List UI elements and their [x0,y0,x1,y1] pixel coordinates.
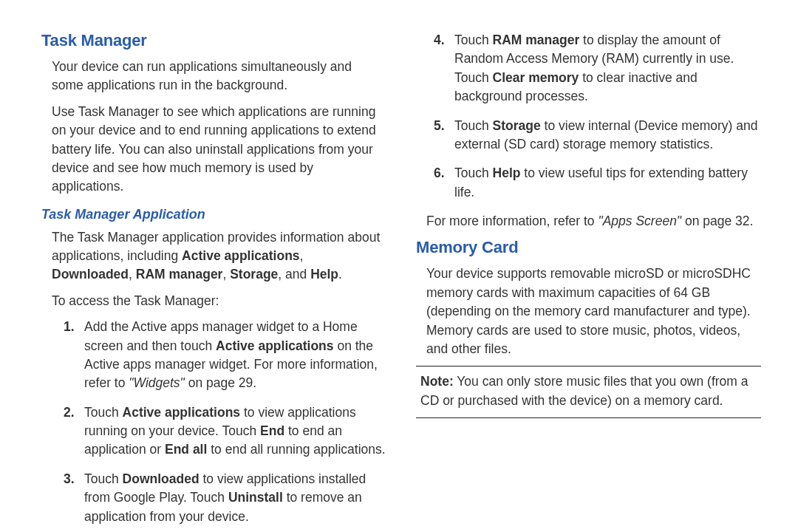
ordered-list: 1. Add the Active apps manager widget to… [41,318,386,526]
paragraph: Your device can run applications simulta… [52,58,386,95]
paragraph: Your device supports removable microSD o… [426,265,761,358]
paragraph: To access the Task Manager: [52,292,386,310]
list-item: 6. Touch Help to view useful tips for ex… [434,164,761,202]
list-item: 1. Add the Active apps manager widget to… [64,318,386,393]
paragraph: The Task Manager application provides in… [52,228,386,284]
left-column: Task Manager Your device can run applica… [41,31,386,532]
right-column: 4. Touch RAM manager to display the amou… [416,31,761,532]
heading-task-manager: Task Manager [41,31,386,50]
divider [416,366,761,366]
note: Note: You can only store music files tha… [416,372,761,410]
subheading-task-manager-application: Task Manager Application [41,207,386,222]
list-number: 2. [64,403,75,422]
list-number: 1. [64,318,75,336]
divider [416,417,761,418]
heading-memory-card: Memory Card [416,238,761,257]
list-number: 3. [64,470,75,488]
list-number: 6. [434,164,445,183]
ordered-list-continued: 4. Touch RAM manager to display the amou… [416,31,761,202]
list-item: 5. Touch Storage to view internal (Devic… [434,117,761,154]
paragraph: Use Task Manager to see which applicatio… [52,103,386,197]
list-item: 3. Touch Downloaded to view applications… [64,470,386,526]
list-item: 4. Touch RAM manager to display the amou… [434,31,761,106]
list-item: 2. Touch Active applications to view app… [64,403,386,460]
paragraph: For more information, refer to "Apps Scr… [426,212,761,231]
list-number: 4. [434,31,445,50]
list-number: 5. [434,117,445,135]
